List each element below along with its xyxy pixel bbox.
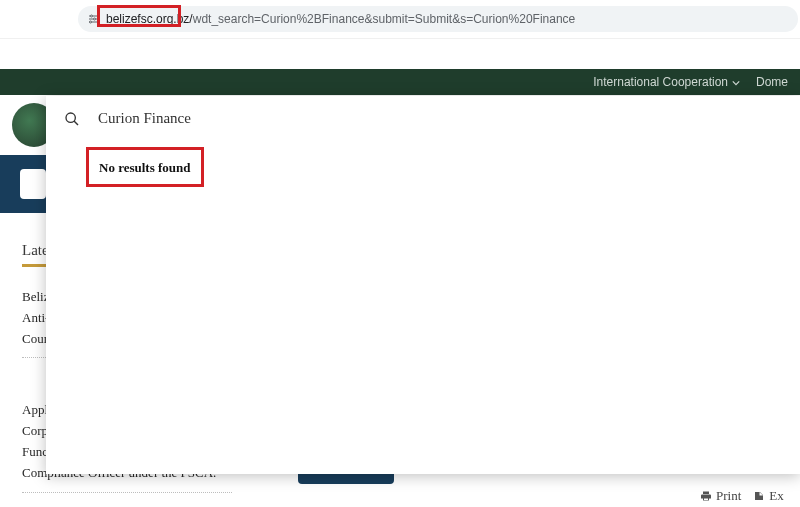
address-bar[interactable]: belizefsc.org.bz/wdt_search=Curion%2BFin… [78, 6, 798, 32]
highlight-box-no-results: No results found [86, 147, 204, 187]
nav-label: International Cooperation [593, 75, 728, 89]
nav-label: Dome [756, 75, 788, 89]
print-label: Print [716, 488, 741, 504]
export-button[interactable]: Ex [753, 488, 783, 504]
url-domain: belizefsc.org.bz/ [106, 12, 193, 26]
top-navigation: International Cooperation Dome [0, 69, 800, 95]
url-path: wdt_search=Curion%2BFinance&submit=Submi… [193, 12, 576, 26]
search-icon [64, 111, 80, 127]
nav-international-cooperation[interactable]: International Cooperation [585, 75, 748, 89]
svg-line-7 [74, 121, 78, 125]
overlay-header [46, 96, 800, 141]
overlay-body: No results found [46, 141, 800, 193]
search-overlay: No results found [46, 96, 800, 474]
print-button[interactable]: Print [700, 488, 741, 504]
no-results-message: No results found [99, 160, 191, 175]
sidebar-heading: Late [22, 238, 49, 267]
svg-point-5 [90, 21, 92, 23]
print-icon [700, 490, 712, 502]
spacer [0, 39, 800, 69]
browser-chrome: belizefsc.org.bz/wdt_search=Curion%2BFin… [0, 0, 800, 39]
svg-point-6 [66, 113, 75, 122]
tune-icon [86, 12, 100, 26]
action-row: Print Ex [700, 488, 784, 504]
chevron-down-icon [732, 75, 740, 89]
svg-point-3 [94, 18, 96, 20]
nav-domestic[interactable]: Dome [748, 75, 796, 89]
export-label: Ex [769, 488, 783, 504]
search-field-stub[interactable] [20, 169, 46, 199]
export-icon [753, 490, 765, 502]
svg-point-1 [91, 15, 93, 17]
search-input[interactable] [98, 110, 782, 127]
